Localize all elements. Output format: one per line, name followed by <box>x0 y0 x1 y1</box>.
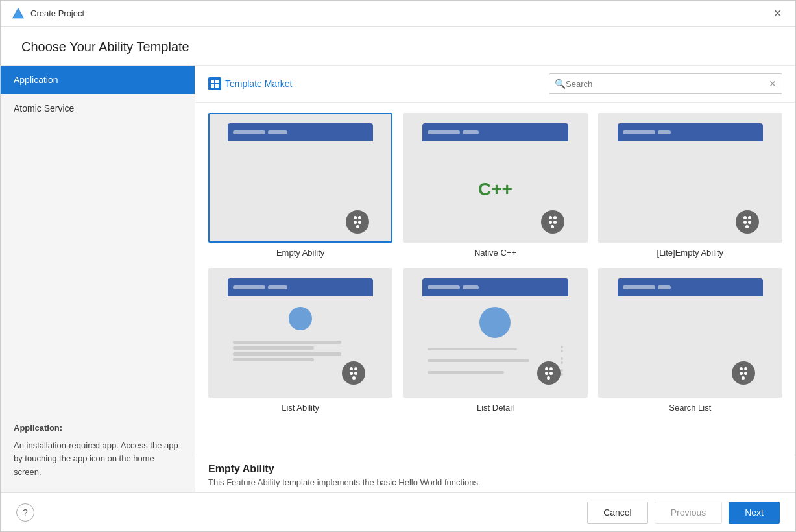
phone-badge <box>346 210 369 234</box>
help-button[interactable]: ? <box>16 503 34 522</box>
footer: ? Cancel Previous Next <box>1 492 795 531</box>
sidebar-desc-title: Application: <box>14 422 182 435</box>
template-market-button[interactable]: Template Market <box>208 77 292 90</box>
search-icon: 🔍 <box>555 79 566 89</box>
template-label-native-cpp: Native C++ <box>474 248 516 258</box>
sidebar: Application Atomic Service Application: … <box>1 66 195 492</box>
template-label-list-ability: List Ability <box>282 403 319 413</box>
template-preview-native-cpp: C++ <box>403 113 587 243</box>
clear-search-icon[interactable]: ✕ <box>769 79 777 89</box>
close-button[interactable]: ✕ <box>769 6 785 21</box>
template-card-empty-ability[interactable]: Empty Ability <box>208 113 392 258</box>
selected-template-title: Empty Ability <box>208 463 782 475</box>
previous-button[interactable]: Previous <box>655 502 722 524</box>
template-preview-list-ability <box>208 268 392 398</box>
app-logo-icon <box>11 6 25 21</box>
svg-rect-5 <box>215 84 219 88</box>
template-preview-search-list <box>598 268 782 398</box>
sidebar-item-atomic-service[interactable]: Atomic Service <box>1 94 195 123</box>
template-card-lite-empty[interactable]: [Lite]Empty Ability <box>598 113 782 258</box>
templates-grid: Empty Ability C++ <box>195 103 795 455</box>
search-box: 🔍 ✕ <box>549 73 782 94</box>
selected-template-description: This Feature Ability template implements… <box>208 478 782 487</box>
page-title: Choose Your Ability Template <box>1 27 795 66</box>
sidebar-description: Application: An installation-required ap… <box>1 409 195 492</box>
avatar-icon <box>289 307 312 330</box>
large-avatar-icon <box>479 307 511 338</box>
dialog-title: Create Project <box>30 8 84 18</box>
template-label-empty-ability: Empty Ability <box>276 248 324 258</box>
right-panel: Template Market 🔍 ✕ <box>195 66 795 492</box>
template-info-section: Empty Ability This Feature Ability templ… <box>195 455 795 492</box>
template-preview-lite-empty <box>598 113 782 243</box>
phone-mockup <box>228 123 373 237</box>
svg-rect-2 <box>211 80 214 83</box>
phone-badge-lite <box>736 210 759 234</box>
title-bar-left: Create Project <box>11 6 84 21</box>
svg-rect-4 <box>211 84 214 88</box>
template-preview-empty-ability <box>208 113 392 243</box>
search-input[interactable] <box>566 79 769 89</box>
sidebar-item-application[interactable]: Application <box>1 66 195 94</box>
template-card-search-list[interactable]: Search List <box>598 268 782 413</box>
template-label-list-detail: List Detail <box>477 403 514 413</box>
next-button[interactable]: Next <box>729 502 780 524</box>
phone-badge-cpp <box>541 210 564 234</box>
sidebar-desc-text: An installation-required app. Access the… <box>14 439 182 479</box>
template-label-search-list: Search List <box>669 403 711 413</box>
title-bar: Create Project ✕ <box>1 1 795 27</box>
template-market-icon <box>208 77 221 90</box>
template-label-lite-empty: [Lite]Empty Ability <box>657 248 724 258</box>
template-card-list-detail[interactable]: List Detail <box>403 268 587 413</box>
main-content: Application Atomic Service Application: … <box>1 66 795 492</box>
footer-buttons: Cancel Previous Next <box>587 502 780 524</box>
right-toolbar: Template Market 🔍 ✕ <box>195 66 795 103</box>
template-card-list-ability[interactable]: List Ability <box>208 268 392 413</box>
template-card-native-cpp[interactable]: C++ <box>403 113 587 258</box>
svg-rect-3 <box>215 80 219 83</box>
cancel-button[interactable]: Cancel <box>587 502 648 524</box>
template-preview-list-detail <box>403 268 587 398</box>
template-market-label: Template Market <box>225 79 292 89</box>
cpp-icon: C++ <box>478 179 513 200</box>
create-project-dialog: Create Project ✕ Choose Your Ability Tem… <box>0 0 796 532</box>
